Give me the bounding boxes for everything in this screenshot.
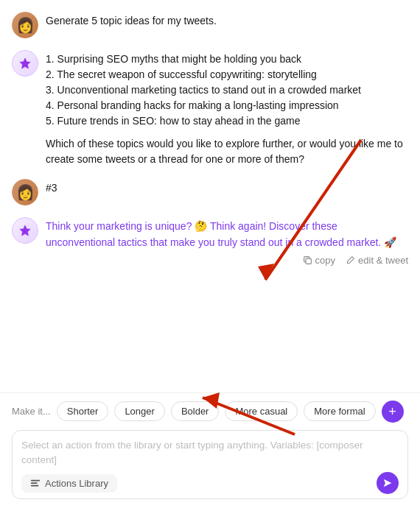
user-avatar-2: 👩 (12, 179, 38, 205)
svg-rect-2 (31, 482, 38, 484)
actions-library-button[interactable]: Actions Library (21, 474, 117, 493)
ai-tweet-content: Think your marketing is unique? 🤔 Think … (46, 217, 408, 267)
svg-rect-3 (31, 485, 39, 487)
ai-avatar-1 (12, 50, 38, 77)
ai-follow-up: Which of these topics would you like to … (46, 136, 408, 167)
actions-library-label: Actions Library (45, 478, 108, 489)
message-row-ai-1: 1. Surprising SEO myths that might be ho… (12, 50, 408, 167)
ai-topic-5: 5. Future trends in SEO: how to stay ahe… (46, 113, 408, 129)
add-chip-button[interactable]: + (382, 401, 404, 423)
user-avatar-1: 👩 (12, 12, 38, 38)
chip-more-formal[interactable]: More formal (304, 401, 375, 421)
make-it-row: Make it... Shorter Longer Bolder More ca… (0, 392, 420, 430)
ai-topic-4: 4. Personal branding hacks for making a … (46, 98, 408, 113)
plus-icon: + (388, 405, 396, 418)
message-row-ai-2: Think your marketing is unique? 🤔 Think … (12, 217, 408, 267)
message-row-user-2: 👩 #3 (12, 179, 408, 205)
input-placeholder-text[interactable]: Select an action from the library or sta… (21, 438, 399, 468)
tweet-actions: copy edit & tweet (46, 255, 408, 266)
edit-tweet-label: edit & tweet (358, 255, 408, 266)
input-bottom-bar: Actions Library (21, 472, 399, 494)
chip-shorter[interactable]: Shorter (57, 401, 109, 421)
library-icon (30, 478, 41, 488)
ai-topic-1: 1. Surprising SEO myths that might be ho… (46, 52, 408, 67)
copy-label: copy (315, 255, 335, 266)
input-area: Select an action from the library or sta… (12, 430, 408, 500)
copy-button[interactable]: copy (303, 255, 335, 266)
svg-rect-0 (306, 258, 311, 264)
svg-rect-1 (31, 480, 40, 482)
make-it-label: Make it... (12, 406, 51, 417)
edit-tweet-button[interactable]: edit & tweet (346, 255, 408, 266)
ai-topic-2: 2. The secret weapon of successful copyw… (46, 67, 408, 82)
ai-topic-3: 3. Unconventional marketing tactics to s… (46, 82, 408, 98)
chip-more-casual[interactable]: More casual (225, 401, 298, 421)
message-text-user-1: Generate 5 topic ideas for my tweets. (46, 12, 408, 29)
chip-bolder[interactable]: Bolder (171, 401, 220, 421)
message-row-user-1: 👩 Generate 5 topic ideas for my tweets. (12, 12, 408, 38)
user-message-1-text: Generate 5 topic ideas for my tweets. (46, 15, 217, 27)
tweet-text: Think your marketing is unique? 🤔 Think … (46, 219, 408, 250)
ai-message-1-content: 1. Surprising SEO myths that might be ho… (46, 50, 408, 167)
chip-longer[interactable]: Longer (114, 401, 164, 421)
copy-icon (303, 256, 312, 265)
ai-avatar-2 (12, 217, 38, 244)
user-message-2-text: #3 (46, 182, 57, 194)
edit-icon (346, 256, 355, 265)
send-button[interactable] (377, 472, 399, 494)
message-text-user-2: #3 (46, 179, 408, 196)
send-icon (382, 478, 393, 488)
